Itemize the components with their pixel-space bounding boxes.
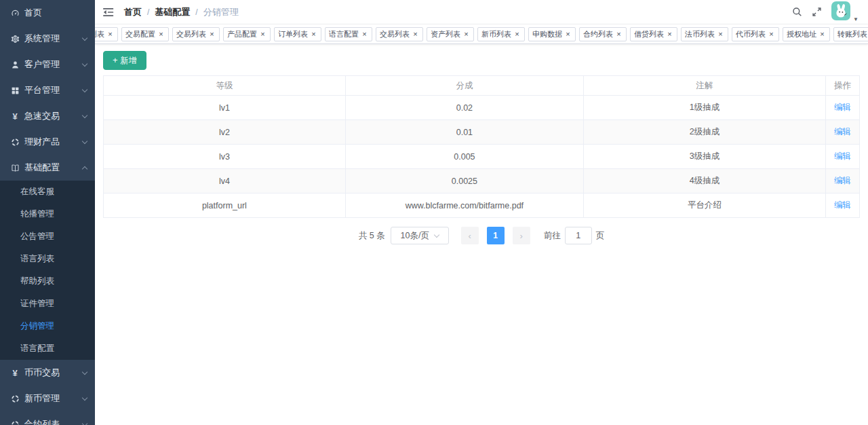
sidebar-item-contract-list[interactable]: 合约列表 (0, 411, 95, 425)
fullscreen-icon[interactable] (812, 7, 822, 17)
plus-icon: + (113, 56, 118, 64)
edit-link[interactable]: 编辑 (834, 151, 851, 161)
sidebar-item-express-trade[interactable]: ¥急速交易 (0, 103, 95, 129)
tab-授权地址[interactable]: 授权地址× (783, 27, 830, 41)
sidebar-item-basic-config[interactable]: 基础配置 (0, 155, 95, 181)
sidebar-subitem[interactable]: 语言列表 (0, 248, 95, 270)
tab-合约列表[interactable]: 合约列表× (579, 27, 627, 41)
page-size-select[interactable]: 10条/页 (391, 227, 449, 244)
edit-link[interactable]: 编辑 (834, 176, 851, 185)
close-icon[interactable]: × (259, 31, 267, 38)
yen-icon: ¥ (9, 369, 20, 377)
tab-转账列表[interactable]: 转账列表× (833, 27, 868, 41)
tab-label: 交易配置 (125, 29, 155, 39)
table-row: lv10.021级抽成编辑 (104, 96, 860, 120)
close-icon[interactable]: × (208, 31, 216, 38)
close-icon[interactable]: × (768, 31, 775, 38)
hamburger-icon[interactable] (103, 7, 115, 17)
sidebar: 首页系统管理客户管理平台管理¥急速交易理财产品基础配置在线客服轮播管理公告管理语… (0, 0, 95, 425)
sidebar-item-system[interactable]: 系统管理 (0, 26, 95, 52)
cell-ratio: www.blcfarme.com/bitfarme.pdf (345, 193, 583, 218)
sidebar-item-label: 新币管理 (24, 392, 60, 405)
breadcrumb: 首页 / 基础配置 / 分销管理 (124, 6, 239, 18)
navbar-actions: ▼ (792, 1, 859, 23)
grid-icon (9, 86, 20, 95)
tab-资产列表[interactable]: 资产列表× (427, 27, 474, 41)
tab-交易列表[interactable]: 交易列表× (376, 27, 423, 41)
cell-note: 3级抽成 (584, 145, 826, 169)
edit-link[interactable]: 编辑 (834, 127, 851, 136)
close-icon[interactable]: × (462, 31, 470, 38)
close-icon[interactable]: × (310, 31, 317, 38)
sidebar-item-customer[interactable]: 客户管理 (0, 52, 95, 77)
column-header: 注解 (584, 76, 826, 96)
close-icon[interactable]: × (717, 31, 724, 38)
prev-page-button[interactable]: ‹ (461, 227, 479, 244)
tab-label: 借贷列表 (634, 29, 664, 39)
sidebar-subitem[interactable]: 分销管理 (0, 315, 95, 337)
chevron-down-icon (82, 35, 87, 40)
tab-label: 法币列表 (685, 29, 715, 39)
sidebar-item-new-coin[interactable]: 新币管理 (0, 386, 95, 411)
tab-借贷列表[interactable]: 借贷列表× (630, 27, 677, 41)
add-button[interactable]: + 新增 (103, 51, 146, 70)
goto-page-input[interactable] (565, 227, 592, 244)
distribution-table: 等级分成注解操作 lv10.021级抽成编辑lv20.012级抽成编辑lv30.… (103, 75, 860, 218)
close-icon[interactable]: × (564, 31, 572, 38)
current-page-button[interactable]: 1 (487, 227, 505, 244)
avatar[interactable] (831, 1, 850, 23)
tab-交易配置[interactable]: 交易配置× (121, 27, 169, 41)
tab-法币列表[interactable]: 法币列表× (681, 27, 728, 41)
close-icon[interactable]: × (818, 31, 826, 38)
breadcrumb-home[interactable]: 首页 (124, 6, 142, 18)
tab-申购数据[interactable]: 申购数据× (528, 27, 576, 41)
tab-交易列表[interactable]: 交易列表× (172, 27, 220, 41)
breadcrumb-basic-config[interactable]: 基础配置 (155, 6, 190, 18)
tab-label: 交易列表 (380, 29, 410, 39)
tab-语言配置[interactable]: 语言配置× (325, 27, 372, 41)
table-header-row: 等级分成注解操作 (104, 76, 860, 96)
user-menu[interactable]: ▼ (831, 1, 859, 23)
pagination-total: 共 5 条 (359, 230, 385, 242)
next-page-button[interactable]: › (513, 227, 530, 244)
tab-列表[interactable]: 列表× (95, 27, 118, 41)
close-icon[interactable]: × (513, 31, 521, 38)
sidebar-subitem[interactable]: 语言配置 (0, 337, 95, 360)
close-icon[interactable]: × (106, 31, 114, 38)
tab-label: 代币列表 (736, 29, 766, 39)
tab-label: 授权地址 (787, 29, 816, 39)
sidebar-subitem[interactable]: 证件管理 (0, 293, 95, 315)
chevron-down-icon (82, 394, 87, 400)
sidebar-item-coin-trade[interactable]: ¥币币交易 (0, 360, 95, 386)
close-icon[interactable]: × (615, 31, 623, 38)
chevron-down-icon (82, 138, 87, 143)
tab-产品配置[interactable]: 产品配置× (223, 27, 271, 41)
user-icon (9, 60, 20, 69)
tab-新币列表[interactable]: 新币列表× (477, 27, 525, 41)
tabs-bar: 列表×交易配置×交易列表×产品配置×订单列表×语言配置×交易列表×资产列表×新币… (95, 24, 868, 44)
sidebar-item-home[interactable]: 首页 (0, 0, 95, 26)
close-icon[interactable]: × (157, 31, 165, 38)
top-navbar: 首页 / 基础配置 / 分销管理 (95, 0, 868, 24)
breadcrumb-separator: / (147, 7, 149, 17)
main-area: 首页 / 基础配置 / 分销管理 (95, 0, 868, 425)
sidebar-subitem[interactable]: 在线客服 (0, 181, 95, 203)
close-icon[interactable]: × (361, 31, 368, 38)
sidebar-subitem[interactable]: 轮播管理 (0, 203, 95, 225)
chevron-down-icon (82, 86, 87, 92)
close-icon[interactable]: × (666, 31, 673, 38)
search-icon[interactable] (792, 7, 802, 17)
edit-link[interactable]: 编辑 (834, 200, 851, 210)
column-header: 操作 (825, 76, 859, 96)
sidebar-item-finance[interactable]: 理财产品 (0, 129, 95, 155)
cell-ratio: 0.005 (345, 145, 583, 169)
tab-订单列表[interactable]: 订单列表× (274, 27, 321, 41)
sidebar-subitem[interactable]: 公告管理 (0, 225, 95, 248)
edit-link[interactable]: 编辑 (834, 103, 851, 112)
sidebar-item-platform[interactable]: 平台管理 (0, 77, 95, 103)
close-icon[interactable]: × (412, 31, 419, 38)
tab-代币列表[interactable]: 代币列表× (732, 27, 779, 41)
cell-level: lv3 (104, 145, 346, 169)
chevron-down-icon (82, 112, 87, 117)
sidebar-subitem[interactable]: 帮助列表 (0, 270, 95, 293)
